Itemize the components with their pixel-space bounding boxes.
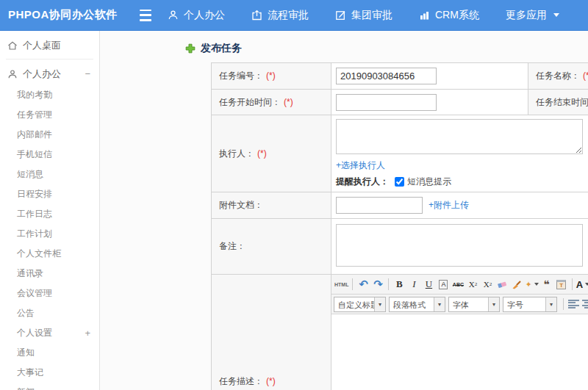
- sms-remind-checkbox[interactable]: [395, 177, 404, 187]
- sidebar-item-announcement[interactable]: 公告: [0, 303, 99, 323]
- sidebar-item-schedule[interactable]: 日程安排: [0, 184, 99, 204]
- sidebar-item-work-log[interactable]: 工作日志: [0, 204, 99, 224]
- sidebar-item-contacts[interactable]: 通讯录: [0, 264, 99, 284]
- sidebar-item-label: 日程安排: [17, 188, 90, 201]
- page-title: 发布任务: [185, 42, 242, 55]
- sidebar-item-label: 新闻: [17, 386, 90, 390]
- clean-format-brush-icon[interactable]: [509, 277, 524, 292]
- italic-button[interactable]: I: [406, 277, 421, 292]
- subscript-button[interactable]: X2: [480, 277, 495, 292]
- sidebar-item-personal-settings[interactable]: 个人设置 +: [0, 323, 99, 343]
- sidebar-item-label: 手机短信: [17, 148, 90, 161]
- topbar: PHPOA协同办公软件 个人办公 流程审批 集团审批: [0, 0, 588, 31]
- menu-toggle-icon[interactable]: [140, 10, 154, 21]
- sidebar-item-notice[interactable]: 通知: [0, 343, 99, 363]
- sidebar-item-personal-office[interactable]: 个人办公 −: [0, 62, 99, 85]
- home-icon: [7, 40, 18, 51]
- expand-icon[interactable]: +: [85, 328, 90, 339]
- sidebar-item-personal-desktop[interactable]: 个人桌面: [0, 34, 99, 57]
- task-number-label-cell: 任务编号：(*): [212, 63, 331, 90]
- collapse-icon[interactable]: −: [85, 68, 90, 79]
- remark-textarea[interactable]: [336, 224, 583, 267]
- sidebar-item-news[interactable]: 新闻: [0, 383, 99, 390]
- form-row-time: 任务开始时间：(*) 任务结束时间：(*): [212, 90, 588, 115]
- sidebar-item-meeting-management[interactable]: 会议管理: [0, 284, 99, 303]
- sidebar-item-short-message[interactable]: 短消息: [0, 165, 99, 184]
- attachment-input[interactable]: [336, 197, 423, 214]
- rich-text-editor: HTML ↶ ↷ B I U A ABC X2: [331, 275, 588, 390]
- task-number-input-cell: [331, 63, 528, 90]
- sidebar-item-label: 个人桌面: [23, 39, 90, 52]
- attachment-upload-link[interactable]: +附件上传: [429, 199, 469, 212]
- align-left-icon[interactable]: [568, 300, 579, 308]
- editor-toolbar-row1: HTML ↶ ↷ B I U A ABC X2: [331, 275, 588, 295]
- auto-format-wand-icon[interactable]: ✦: [524, 277, 539, 292]
- sidebar-item-label: 工作计划: [17, 228, 90, 240]
- sidebar-item-label: 短消息: [17, 168, 90, 181]
- nav-flow-approval[interactable]: 流程审批: [251, 9, 309, 22]
- blockquote-button[interactable]: ❝: [539, 277, 554, 292]
- nav-more-apps[interactable]: 更多应用: [506, 9, 559, 22]
- sidebar-item-label: 工作日志: [17, 208, 90, 220]
- sidebar-item-internal-mail[interactable]: 内部邮件: [0, 125, 99, 145]
- required-mark: (*): [257, 148, 267, 159]
- sidebar-item-mobile-sms[interactable]: 手机短信: [0, 145, 99, 165]
- superscript-button[interactable]: X2: [465, 277, 480, 292]
- task-number-input[interactable]: [336, 68, 437, 84]
- align-center-icon[interactable]: [582, 300, 588, 308]
- remark-label-cell: 备注：: [212, 219, 331, 275]
- nav-label: 流程审批: [268, 9, 309, 22]
- sidebar-divider: [6, 59, 93, 59]
- form-row-remark: 备注：: [212, 219, 588, 275]
- redo-icon[interactable]: ↷: [370, 277, 385, 292]
- form-row-task-number: 任务编号：(*) 任务名称：(*): [212, 63, 588, 90]
- toolbar-separator: [572, 278, 573, 290]
- nav-crm-system[interactable]: CRM系统: [419, 9, 479, 22]
- content-area: 发布任务 任务编号：(*) 任务名称：(*): [100, 31, 588, 390]
- remark-input-cell: [331, 219, 588, 275]
- page-title-text: 发布任务: [201, 42, 242, 55]
- sidebar-item-big-events[interactable]: 大事记: [0, 363, 99, 383]
- char-border-button[interactable]: A: [436, 277, 451, 292]
- html-source-button[interactable]: HTML: [334, 277, 349, 292]
- eraser-icon[interactable]: [495, 277, 509, 292]
- sidebar-item-label: 内部邮件: [17, 129, 90, 141]
- attachment-label: 附件文档：: [219, 200, 263, 210]
- strikethrough-button[interactable]: ABC: [451, 277, 465, 292]
- paragraph-format-select[interactable]: 段落格式▾: [389, 297, 445, 312]
- editor-content-area[interactable]: [331, 314, 588, 390]
- paste-t-glyph: T: [556, 280, 566, 289]
- executor-label-cell: 执行人：(*): [212, 115, 331, 192]
- sidebar-item-label: 个人文件柜: [17, 248, 90, 260]
- sidebar-item-label: 我的考勤: [17, 89, 90, 101]
- user-icon: [168, 10, 179, 21]
- font-family-select[interactable]: 字体▾: [448, 297, 500, 312]
- sidebar-item-work-plan[interactable]: 工作计划: [0, 224, 99, 244]
- required-mark: (*): [284, 97, 293, 107]
- sidebar-item-label: 大事记: [17, 366, 90, 379]
- sidebar-item-task-management[interactable]: 任务管理: [0, 105, 99, 125]
- required-mark: (*): [266, 376, 276, 386]
- caret-down-icon: [553, 13, 559, 17]
- choose-executor-link[interactable]: +选择执行人: [336, 159, 385, 172]
- sidebar-item-my-attendance[interactable]: 我的考勤: [0, 85, 99, 105]
- custom-title-select[interactable]: 自定义标题▾: [334, 297, 386, 312]
- bold-button[interactable]: B: [392, 277, 406, 292]
- underline-button[interactable]: U: [421, 277, 436, 292]
- end-time-label: 任务结束时间：: [536, 97, 588, 107]
- caret-down-icon: ▾: [434, 297, 445, 311]
- nav-personal-office[interactable]: 个人办公: [168, 9, 225, 22]
- sidebar-item-personal-files[interactable]: 个人文件柜: [0, 244, 99, 264]
- font-color-button[interactable]: A: [576, 277, 588, 292]
- top-navigation: 个人办公 流程审批 集团审批 CRM系统 更多应用: [168, 9, 559, 22]
- executor-input-cell: +选择执行人 提醒执行人： 短消息提示: [331, 115, 588, 192]
- font-size-select[interactable]: 字号▾: [503, 297, 557, 312]
- nav-group-approval[interactable]: 集团审批: [335, 9, 392, 22]
- undo-icon[interactable]: ↶: [356, 277, 370, 292]
- caret-down-icon: ▾: [545, 297, 556, 311]
- executor-textarea[interactable]: [336, 119, 583, 154]
- toolbar-separator: [388, 278, 389, 290]
- attachment-input-cell: +附件上传: [331, 192, 588, 219]
- paste-as-text-icon[interactable]: T: [554, 277, 569, 292]
- start-time-input[interactable]: [336, 94, 437, 111]
